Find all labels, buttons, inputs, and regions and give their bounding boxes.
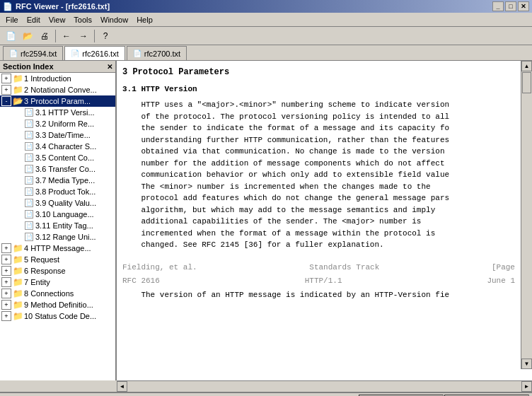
tree-item-2[interactable]: + 📁 2 Notational Conve... bbox=[0, 84, 115, 95]
tree-label-3: 3 Protocol Param... bbox=[24, 97, 91, 105]
help-button[interactable]: ? bbox=[98, 28, 113, 44]
menu-file[interactable]: File bbox=[1, 14, 23, 25]
expand-9[interactable]: + bbox=[1, 300, 11, 310]
tree-item-3-7[interactable]: 📄 3.7 Media Type... bbox=[0, 175, 115, 186]
page-icon-3-9: 📄 bbox=[24, 198, 34, 208]
tree-area[interactable]: + 📁 1 Introduction + 📁 2 Notational Conv… bbox=[0, 73, 115, 380]
forward-button[interactable]: → bbox=[76, 28, 91, 44]
content-area: 3 Protocol Parameters 3.1 HTTP Version H… bbox=[117, 61, 521, 380]
folder-icon-1: 📁 bbox=[13, 74, 23, 83]
expand-3[interactable]: - bbox=[1, 96, 11, 106]
section-panel-close[interactable]: ✕ bbox=[107, 63, 112, 71]
tree-item-3[interactable]: - 📂 3 Protocol Param... bbox=[0, 95, 115, 107]
tree-item-3-12[interactable]: 📄 3.12 Range Uni... bbox=[0, 231, 115, 243]
page-icon-3-10: 📄 bbox=[24, 209, 34, 219]
scroll-right-button[interactable]: ► bbox=[521, 381, 532, 392]
tree-item-3-2[interactable]: 📄 3.2 Uniform Re... bbox=[0, 118, 115, 129]
scroll-up-button[interactable]: ▲ bbox=[521, 61, 532, 71]
menu-tools[interactable]: Tools bbox=[69, 14, 96, 25]
tab-label-rfc2700: rfc2700.txt bbox=[144, 50, 180, 58]
scroll-thumb[interactable] bbox=[522, 72, 531, 93]
expand-7[interactable]: + bbox=[1, 277, 11, 287]
minimize-button[interactable]: _ bbox=[492, 1, 504, 11]
status-bar: Ready Line: 959/9860 Mode: Original bbox=[0, 392, 532, 396]
tree-item-3-11[interactable]: 📄 3.11 Entity Tag... bbox=[0, 220, 115, 231]
folder-icon-5: 📁 bbox=[13, 255, 23, 264]
tree-item-3-9[interactable]: 📄 3.9 Quality Valu... bbox=[0, 197, 115, 209]
footer1-left: Fielding, et al. bbox=[122, 262, 197, 273]
tree-label-3-7: 3.7 Media Type... bbox=[35, 176, 95, 185]
menu-edit[interactable]: Edit bbox=[23, 14, 45, 25]
maximize-button[interactable]: □ bbox=[505, 1, 516, 11]
footer-line-1: Fielding, et al. Standards Track [Page bbox=[122, 262, 515, 273]
page-icon-3-3: 📄 bbox=[24, 130, 34, 140]
tab-icon-rfc2700: 📄 bbox=[133, 50, 141, 57]
content-heading2: 3.1 HTTP Version bbox=[122, 84, 515, 95]
back-button[interactable]: ← bbox=[59, 28, 74, 44]
footer1-center: Standards Track bbox=[309, 262, 379, 273]
vertical-scrollbar[interactable]: ▲ ▼ bbox=[521, 61, 532, 369]
tab-rfc2616[interactable]: 📄 rfc2616.txt bbox=[64, 46, 125, 60]
tree-item-3-10[interactable]: 📄 3.10 Language... bbox=[0, 209, 115, 220]
expand-2[interactable]: + bbox=[1, 85, 11, 95]
open-button[interactable]: 📂 bbox=[20, 28, 35, 44]
tree-item-8[interactable]: + 📁 8 Connections bbox=[0, 288, 115, 299]
tree-item-10[interactable]: + 📁 10 Status Code De... bbox=[0, 310, 115, 322]
print-button[interactable]: 🖨 bbox=[37, 28, 52, 44]
expand-8[interactable]: + bbox=[1, 289, 11, 298]
folder-icon-10: 📁 bbox=[13, 311, 23, 321]
tree-item-1[interactable]: + 📁 1 Introduction bbox=[0, 73, 115, 84]
title-bar-buttons[interactable]: _ □ ✕ bbox=[492, 1, 529, 11]
tree-label-3-6: 3.6 Transfer Co... bbox=[35, 165, 96, 173]
scroll-left-button[interactable]: ◄ bbox=[117, 381, 127, 392]
tree-item-3-4[interactable]: 📄 3.4 Character S... bbox=[0, 141, 115, 152]
expand-10[interactable]: + bbox=[1, 311, 11, 321]
page-icon-3-7: 📄 bbox=[24, 175, 34, 185]
expand-6[interactable]: + bbox=[1, 266, 11, 276]
page-icon-3-1: 📄 bbox=[24, 107, 34, 117]
app-title: RFC Viewer - [rfc2616.txt] bbox=[16, 2, 110, 11]
tree-item-9[interactable]: + 📁 9 Method Definitio... bbox=[0, 299, 115, 310]
tree-label-3-2: 3.2 Uniform Re... bbox=[35, 120, 94, 128]
footer2-left: RFC 2616 bbox=[122, 276, 160, 286]
expand-4[interactable]: + bbox=[1, 243, 11, 253]
tree-item-3-5[interactable]: 📄 3.5 Content Co... bbox=[0, 152, 115, 163]
tree-item-3-3[interactable]: 📄 3.3 Date/Time... bbox=[0, 129, 115, 141]
menu-help[interactable]: Help bbox=[132, 14, 157, 25]
tab-label-rfc2616: rfc2616.txt bbox=[82, 50, 118, 58]
scroll-down-button[interactable]: ▼ bbox=[521, 359, 532, 369]
tree-label-1: 1 Introduction bbox=[24, 74, 71, 83]
page-icon-3-12: 📄 bbox=[24, 232, 34, 242]
tree-item-5[interactable]: + 📁 5 Request bbox=[0, 254, 115, 265]
section-panel-header: Section Index ✕ bbox=[0, 61, 115, 73]
expand-5[interactable]: + bbox=[1, 255, 11, 264]
new-button[interactable]: 📄 bbox=[3, 28, 18, 44]
tree-label-9: 9 Method Definitio... bbox=[24, 301, 93, 309]
tab-label-rfc2594: rfc2594.txt bbox=[21, 50, 57, 58]
tab-rfc2594[interactable]: 📄 rfc2594.txt bbox=[3, 46, 63, 60]
tree-item-3-6[interactable]: 📄 3.6 Transfer Co... bbox=[0, 163, 115, 175]
tree-label-3-3: 3.3 Date/Time... bbox=[35, 131, 91, 139]
tree-item-7[interactable]: + 📁 7 Entity bbox=[0, 276, 115, 288]
app-icon: 📄 bbox=[3, 2, 13, 11]
tree-item-6[interactable]: + 📁 6 Response bbox=[0, 265, 115, 276]
page-icon-3-5: 📄 bbox=[24, 153, 34, 163]
expand-1[interactable]: + bbox=[1, 74, 11, 83]
tree-item-4[interactable]: + 📁 4 HTTP Message... bbox=[0, 243, 115, 254]
folder-icon-2: 📁 bbox=[13, 85, 23, 95]
tab-icon-rfc2594: 📄 bbox=[9, 50, 18, 57]
scroll-track[interactable] bbox=[521, 71, 532, 359]
menu-view[interactable]: View bbox=[45, 14, 70, 25]
menu-window[interactable]: Window bbox=[96, 14, 132, 25]
close-button[interactable]: ✕ bbox=[518, 1, 529, 11]
separator-1 bbox=[55, 30, 56, 42]
tree-item-3-1[interactable]: 📄 3.1 HTTP Versi... bbox=[0, 107, 115, 118]
tree-item-3-8[interactable]: 📄 3.8 Product Tok... bbox=[0, 186, 115, 197]
h-scroll-track[interactable] bbox=[127, 382, 521, 391]
horizontal-scrollbar[interactable]: ◄ ► bbox=[117, 380, 532, 392]
folder-icon-3: 📂 bbox=[13, 96, 23, 106]
tree-label-6: 6 Response bbox=[24, 267, 66, 275]
tree-label-3-9: 3.9 Quality Valu... bbox=[35, 199, 96, 207]
folder-icon-8: 📁 bbox=[13, 289, 23, 298]
tab-rfc2700[interactable]: 📄 rfc2700.txt bbox=[127, 46, 187, 60]
